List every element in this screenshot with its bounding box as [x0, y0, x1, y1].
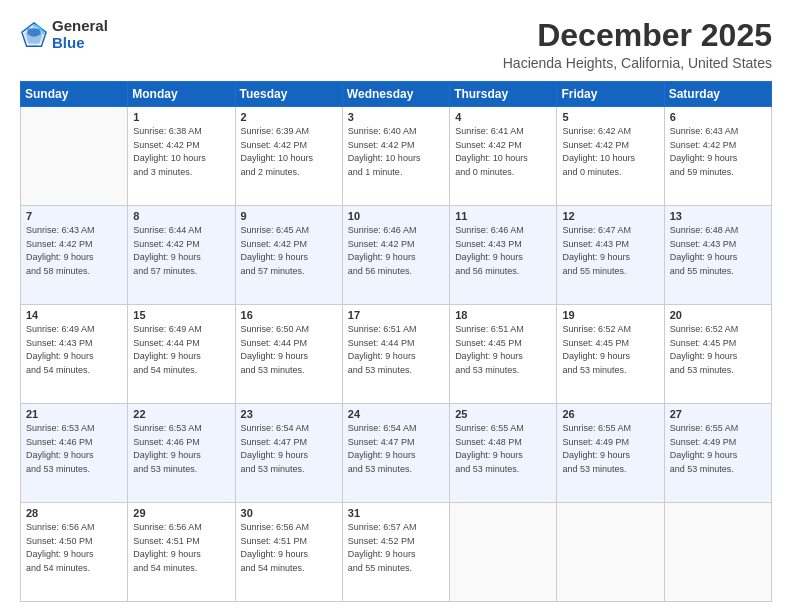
- calendar-cell: 1Sunrise: 6:38 AM Sunset: 4:42 PM Daylig…: [128, 107, 235, 206]
- day-number: 2: [241, 111, 337, 123]
- day-number: 21: [26, 408, 122, 420]
- calendar-cell: 26Sunrise: 6:55 AM Sunset: 4:49 PM Dayli…: [557, 404, 664, 503]
- calendar-table: SundayMondayTuesdayWednesdayThursdayFrid…: [20, 81, 772, 602]
- calendar-week-1: 1Sunrise: 6:38 AM Sunset: 4:42 PM Daylig…: [21, 107, 772, 206]
- day-info: Sunrise: 6:51 AM Sunset: 4:44 PM Dayligh…: [348, 323, 444, 377]
- day-info: Sunrise: 6:51 AM Sunset: 4:45 PM Dayligh…: [455, 323, 551, 377]
- day-number: 8: [133, 210, 229, 222]
- day-info: Sunrise: 6:43 AM Sunset: 4:42 PM Dayligh…: [26, 224, 122, 278]
- day-number: 26: [562, 408, 658, 420]
- calendar-cell: 7Sunrise: 6:43 AM Sunset: 4:42 PM Daylig…: [21, 206, 128, 305]
- day-info: Sunrise: 6:48 AM Sunset: 4:43 PM Dayligh…: [670, 224, 766, 278]
- header: General Blue December 2025 Hacienda Heig…: [20, 18, 772, 71]
- day-number: 17: [348, 309, 444, 321]
- calendar-cell: 23Sunrise: 6:54 AM Sunset: 4:47 PM Dayli…: [235, 404, 342, 503]
- calendar-cell: 9Sunrise: 6:45 AM Sunset: 4:42 PM Daylig…: [235, 206, 342, 305]
- day-info: Sunrise: 6:53 AM Sunset: 4:46 PM Dayligh…: [26, 422, 122, 476]
- day-number: 23: [241, 408, 337, 420]
- day-info: Sunrise: 6:57 AM Sunset: 4:52 PM Dayligh…: [348, 521, 444, 575]
- day-number: 5: [562, 111, 658, 123]
- calendar-week-4: 21Sunrise: 6:53 AM Sunset: 4:46 PM Dayli…: [21, 404, 772, 503]
- day-number: 22: [133, 408, 229, 420]
- calendar-cell: 13Sunrise: 6:48 AM Sunset: 4:43 PM Dayli…: [664, 206, 771, 305]
- day-number: 19: [562, 309, 658, 321]
- calendar-cell: [450, 503, 557, 602]
- day-number: 1: [133, 111, 229, 123]
- calendar-cell: 5Sunrise: 6:42 AM Sunset: 4:42 PM Daylig…: [557, 107, 664, 206]
- day-info: Sunrise: 6:44 AM Sunset: 4:42 PM Dayligh…: [133, 224, 229, 278]
- logo-text: General Blue: [52, 18, 108, 51]
- day-info: Sunrise: 6:40 AM Sunset: 4:42 PM Dayligh…: [348, 125, 444, 179]
- day-info: Sunrise: 6:53 AM Sunset: 4:46 PM Dayligh…: [133, 422, 229, 476]
- header-day-monday: Monday: [128, 82, 235, 107]
- calendar-cell: 10Sunrise: 6:46 AM Sunset: 4:42 PM Dayli…: [342, 206, 449, 305]
- calendar-header: SundayMondayTuesdayWednesdayThursdayFrid…: [21, 82, 772, 107]
- day-info: Sunrise: 6:41 AM Sunset: 4:42 PM Dayligh…: [455, 125, 551, 179]
- day-info: Sunrise: 6:54 AM Sunset: 4:47 PM Dayligh…: [241, 422, 337, 476]
- page: General Blue December 2025 Hacienda Heig…: [0, 0, 792, 612]
- calendar-cell: 16Sunrise: 6:50 AM Sunset: 4:44 PM Dayli…: [235, 305, 342, 404]
- header-day-thursday: Thursday: [450, 82, 557, 107]
- header-day-saturday: Saturday: [664, 82, 771, 107]
- day-info: Sunrise: 6:47 AM Sunset: 4:43 PM Dayligh…: [562, 224, 658, 278]
- day-info: Sunrise: 6:55 AM Sunset: 4:49 PM Dayligh…: [670, 422, 766, 476]
- calendar-cell: 12Sunrise: 6:47 AM Sunset: 4:43 PM Dayli…: [557, 206, 664, 305]
- header-day-tuesday: Tuesday: [235, 82, 342, 107]
- logo-general-text: General: [52, 18, 108, 35]
- day-number: 6: [670, 111, 766, 123]
- day-number: 13: [670, 210, 766, 222]
- calendar-cell: 31Sunrise: 6:57 AM Sunset: 4:52 PM Dayli…: [342, 503, 449, 602]
- subtitle: Hacienda Heights, California, United Sta…: [503, 55, 772, 71]
- day-info: Sunrise: 6:46 AM Sunset: 4:42 PM Dayligh…: [348, 224, 444, 278]
- calendar-cell: 25Sunrise: 6:55 AM Sunset: 4:48 PM Dayli…: [450, 404, 557, 503]
- day-info: Sunrise: 6:54 AM Sunset: 4:47 PM Dayligh…: [348, 422, 444, 476]
- header-row: SundayMondayTuesdayWednesdayThursdayFrid…: [21, 82, 772, 107]
- calendar-cell: [557, 503, 664, 602]
- calendar-cell: 8Sunrise: 6:44 AM Sunset: 4:42 PM Daylig…: [128, 206, 235, 305]
- day-info: Sunrise: 6:49 AM Sunset: 4:44 PM Dayligh…: [133, 323, 229, 377]
- day-number: 20: [670, 309, 766, 321]
- day-number: 9: [241, 210, 337, 222]
- day-number: 16: [241, 309, 337, 321]
- day-info: Sunrise: 6:56 AM Sunset: 4:50 PM Dayligh…: [26, 521, 122, 575]
- calendar-cell: 14Sunrise: 6:49 AM Sunset: 4:43 PM Dayli…: [21, 305, 128, 404]
- day-number: 27: [670, 408, 766, 420]
- day-number: 11: [455, 210, 551, 222]
- day-info: Sunrise: 6:52 AM Sunset: 4:45 PM Dayligh…: [562, 323, 658, 377]
- day-number: 31: [348, 507, 444, 519]
- calendar-cell: 6Sunrise: 6:43 AM Sunset: 4:42 PM Daylig…: [664, 107, 771, 206]
- day-info: Sunrise: 6:56 AM Sunset: 4:51 PM Dayligh…: [241, 521, 337, 575]
- day-info: Sunrise: 6:55 AM Sunset: 4:49 PM Dayligh…: [562, 422, 658, 476]
- calendar-cell: 28Sunrise: 6:56 AM Sunset: 4:50 PM Dayli…: [21, 503, 128, 602]
- day-info: Sunrise: 6:42 AM Sunset: 4:42 PM Dayligh…: [562, 125, 658, 179]
- day-number: 3: [348, 111, 444, 123]
- day-number: 14: [26, 309, 122, 321]
- day-info: Sunrise: 6:52 AM Sunset: 4:45 PM Dayligh…: [670, 323, 766, 377]
- logo: General Blue: [20, 18, 108, 51]
- day-number: 24: [348, 408, 444, 420]
- logo-blue-text: Blue: [52, 35, 108, 52]
- calendar-cell: 3Sunrise: 6:40 AM Sunset: 4:42 PM Daylig…: [342, 107, 449, 206]
- title-section: December 2025 Hacienda Heights, Californ…: [503, 18, 772, 71]
- day-info: Sunrise: 6:43 AM Sunset: 4:42 PM Dayligh…: [670, 125, 766, 179]
- calendar-cell: [664, 503, 771, 602]
- day-info: Sunrise: 6:46 AM Sunset: 4:43 PM Dayligh…: [455, 224, 551, 278]
- day-number: 18: [455, 309, 551, 321]
- calendar-body: 1Sunrise: 6:38 AM Sunset: 4:42 PM Daylig…: [21, 107, 772, 602]
- calendar-cell: 24Sunrise: 6:54 AM Sunset: 4:47 PM Dayli…: [342, 404, 449, 503]
- day-info: Sunrise: 6:50 AM Sunset: 4:44 PM Dayligh…: [241, 323, 337, 377]
- day-number: 12: [562, 210, 658, 222]
- main-title: December 2025: [503, 18, 772, 53]
- calendar-week-3: 14Sunrise: 6:49 AM Sunset: 4:43 PM Dayli…: [21, 305, 772, 404]
- header-day-friday: Friday: [557, 82, 664, 107]
- calendar-cell: 21Sunrise: 6:53 AM Sunset: 4:46 PM Dayli…: [21, 404, 128, 503]
- day-number: 15: [133, 309, 229, 321]
- calendar-week-2: 7Sunrise: 6:43 AM Sunset: 4:42 PM Daylig…: [21, 206, 772, 305]
- header-day-sunday: Sunday: [21, 82, 128, 107]
- day-number: 10: [348, 210, 444, 222]
- day-info: Sunrise: 6:38 AM Sunset: 4:42 PM Dayligh…: [133, 125, 229, 179]
- calendar-cell: 19Sunrise: 6:52 AM Sunset: 4:45 PM Dayli…: [557, 305, 664, 404]
- calendar-cell: 29Sunrise: 6:56 AM Sunset: 4:51 PM Dayli…: [128, 503, 235, 602]
- calendar-cell: 18Sunrise: 6:51 AM Sunset: 4:45 PM Dayli…: [450, 305, 557, 404]
- calendar-cell: 11Sunrise: 6:46 AM Sunset: 4:43 PM Dayli…: [450, 206, 557, 305]
